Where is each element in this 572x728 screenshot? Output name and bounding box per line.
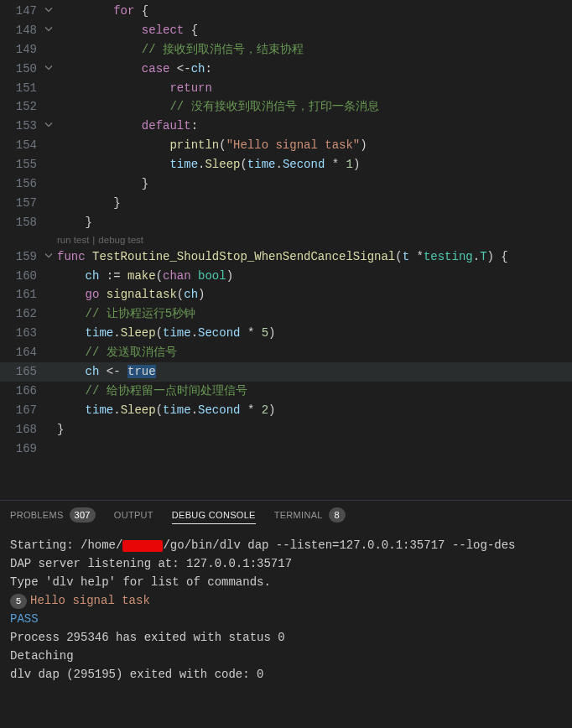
code-content: select { <box>57 21 198 40</box>
fold-toggle[interactable] <box>40 247 57 267</box>
line-number: 147 <box>0 2 40 21</box>
fold-toggle[interactable] <box>40 60 57 79</box>
tab-output-label: OUTPUT <box>114 510 153 520</box>
code-content: func TestRoutine_ShouldStop_WhenSendCanc… <box>57 247 508 267</box>
tab-debug-console[interactable]: DEBUG CONSOLE <box>172 510 256 524</box>
code-line[interactable]: 158 } <box>0 213 572 232</box>
code-line[interactable]: 166 // 给协程留一点时间处理信号 <box>0 382 572 401</box>
code-line[interactable]: 147 for { <box>0 2 572 21</box>
line-number: 148 <box>0 21 40 40</box>
code-content: // 让协程运行5秒钟 <box>57 304 195 324</box>
code-content: // 接收到取消信号，结束协程 <box>57 40 304 60</box>
code-content: // 没有接收到取消信号，打印一条消息 <box>57 97 379 117</box>
code-line[interactable]: 162 // 让协程运行5秒钟 <box>0 304 572 324</box>
code-line[interactable]: 151 return <box>0 79 572 98</box>
fold-toggle[interactable] <box>40 21 57 40</box>
code-line[interactable]: 157 } <box>0 194 572 213</box>
code-content: case <-ch: <box>57 60 212 79</box>
fold-toggle[interactable] <box>40 2 57 21</box>
code-content: time.Sleep(time.Second * 2) <box>57 401 276 420</box>
line-number: 169 <box>0 439 40 459</box>
line-number: 166 <box>0 382 40 401</box>
code-content: ch <- true <box>57 362 156 382</box>
code-line[interactable]: 150 case <-ch: <box>0 60 572 79</box>
terminal-count-badge: 8 <box>329 507 346 523</box>
line-number: 168 <box>0 420 40 439</box>
code-content: go signaltask(ch) <box>57 285 205 304</box>
line-number: 160 <box>0 267 40 286</box>
console-line: Detaching <box>10 647 562 665</box>
line-number: 149 <box>0 40 40 60</box>
line-number: 154 <box>0 136 40 155</box>
problems-count-badge: 307 <box>70 507 96 523</box>
line-number: 151 <box>0 79 40 98</box>
code-line[interactable]: 153 default: <box>0 117 572 136</box>
console-line: Type 'dlv help' for list of commands. <box>10 573 562 591</box>
line-number: 167 <box>0 401 40 420</box>
line-number: 156 <box>0 174 40 194</box>
editor-blank <box>0 458 572 500</box>
code-line[interactable]: 161 go signaltask(ch) <box>0 285 572 304</box>
code-content: ch := make(chan bool) <box>57 267 233 286</box>
codelens-debug-test[interactable]: debug test <box>98 235 143 245</box>
console-line: DAP server listening at: 127.0.0.1:35717 <box>10 554 562 573</box>
codelens: run test|debug test <box>0 232 572 247</box>
code-content: } <box>57 194 121 213</box>
console-line: dlv dap (295195) exited with code: 0 <box>10 665 562 684</box>
line-number: 155 <box>0 155 40 174</box>
code-content: for { <box>57 2 148 21</box>
code-content: } <box>57 174 148 194</box>
code-line[interactable]: 156 } <box>0 174 572 194</box>
code-content: time.Sleep(time.Second * 1) <box>57 155 360 174</box>
code-line[interactable]: 167 time.Sleep(time.Second * 2) <box>0 401 572 420</box>
console-line: Process 295346 has exited with status 0 <box>10 628 562 647</box>
code-content: } <box>57 420 64 439</box>
line-number: 152 <box>0 97 40 117</box>
console-line: PASS <box>10 610 562 628</box>
tab-debug-console-label: DEBUG CONSOLE <box>172 510 256 520</box>
code-content: } <box>57 213 92 232</box>
code-line[interactable]: 165 ch <- true <box>0 362 572 382</box>
codelens-run-test[interactable]: run test <box>57 235 89 245</box>
debug-console-output[interactable]: Starting: /home//go/bin/dlv dap --listen… <box>0 529 572 728</box>
console-line: Starting: /home//go/bin/dlv dap --listen… <box>10 536 562 554</box>
line-number: 159 <box>0 247 40 267</box>
code-line[interactable]: 164 // 发送取消信号 <box>0 343 572 362</box>
fold-toggle[interactable] <box>40 117 57 136</box>
code-line[interactable]: 159func TestRoutine_ShouldStop_WhenSendC… <box>0 247 572 267</box>
line-number: 157 <box>0 194 40 213</box>
tab-problems-label: PROBLEMS <box>10 510 64 520</box>
line-number: 165 <box>0 362 40 382</box>
tab-terminal[interactable]: TERMINAL 8 <box>274 507 346 523</box>
tab-terminal-label: TERMINAL <box>274 510 323 520</box>
line-number: 161 <box>0 285 40 304</box>
panel-tabs: PROBLEMS 307 OUTPUT DEBUG CONSOLE TERMIN… <box>0 500 572 529</box>
redacted-text <box>122 540 163 552</box>
code-content: time.Sleep(time.Second * 5) <box>57 324 276 343</box>
line-number: 150 <box>0 60 40 79</box>
code-line[interactable]: 155 time.Sleep(time.Second * 1) <box>0 155 572 174</box>
code-line[interactable]: 154 println("Hello signal task") <box>0 136 572 155</box>
code-line[interactable]: 148 select { <box>0 21 572 40</box>
code-line[interactable]: 168} <box>0 420 572 439</box>
code-line[interactable]: 149 // 接收到取消信号，结束协程 <box>0 40 572 60</box>
line-number: 162 <box>0 304 40 324</box>
line-number: 153 <box>0 117 40 136</box>
code-content: default: <box>57 117 198 136</box>
code-line[interactable]: 152 // 没有接收到取消信号，打印一条消息 <box>0 97 572 117</box>
line-number: 158 <box>0 213 40 232</box>
code-line[interactable]: 169 <box>0 439 572 459</box>
code-line[interactable]: 160 ch := make(chan bool) <box>0 267 572 286</box>
tab-problems[interactable]: PROBLEMS 307 <box>10 507 96 523</box>
console-line: 5Hello signal task <box>10 591 562 610</box>
code-editor[interactable]: 147 for {148 select {149 // 接收到取消信号，结束协程… <box>0 0 572 458</box>
code-content: // 给协程留一点时间处理信号 <box>57 382 247 401</box>
line-number: 163 <box>0 324 40 343</box>
repeat-count-badge: 5 <box>10 594 27 609</box>
tab-output[interactable]: OUTPUT <box>114 510 153 520</box>
code-content: return <box>57 79 212 98</box>
code-content: println("Hello signal task") <box>57 136 367 155</box>
code-content: // 发送取消信号 <box>57 343 177 362</box>
code-line[interactable]: 163 time.Sleep(time.Second * 5) <box>0 324 572 343</box>
line-number: 164 <box>0 343 40 362</box>
